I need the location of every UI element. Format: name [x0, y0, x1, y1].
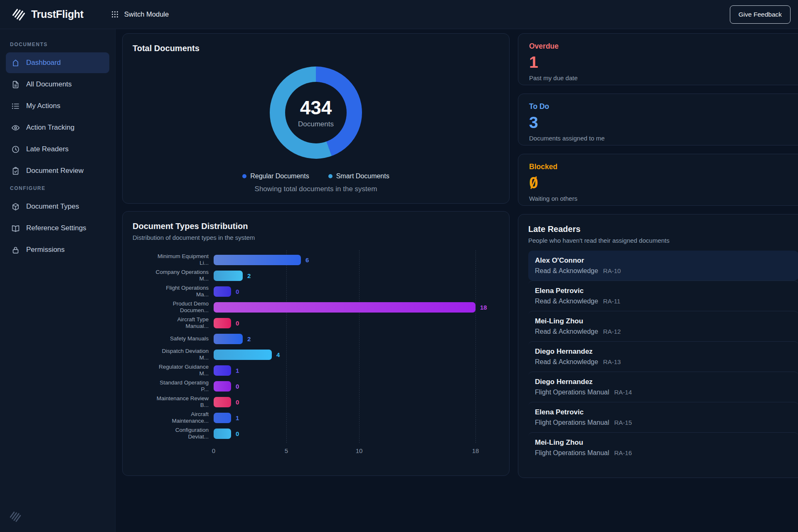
brand: TrustFlight	[12, 7, 84, 22]
reader-document-type: Flight Operations Manual	[535, 419, 609, 426]
x-axis: 051018	[133, 445, 499, 456]
sidebar-item-label: Reference Settings	[26, 224, 86, 232]
bar-zone: 18	[214, 302, 487, 313]
reader-document-code: RA-12	[603, 328, 621, 335]
reader-doc-line: Flight Operations ManualRA-16	[535, 449, 792, 457]
give-feedback-button[interactable]: Give Feedback	[730, 5, 791, 24]
bar	[214, 334, 243, 344]
bar-value-label: 1	[236, 414, 239, 421]
reader-document-code: RA-10	[603, 267, 621, 274]
late-reader-row[interactable]: Elena PetrovicFlight Operations ManualRA…	[528, 402, 798, 432]
bar	[214, 318, 231, 328]
chart-row: Flight Operations Ma...0	[133, 283, 499, 299]
nav-section-label-configure: CONFIGURE	[10, 185, 105, 191]
chart-row: Aircraft Maintenance...1	[133, 410, 499, 426]
reader-document-type: Read & Acknowledge	[535, 358, 598, 365]
sidebar-item-label: Dashboard	[26, 59, 61, 67]
bar	[214, 286, 231, 297]
late-readers-list: Alex O'ConnorRead & AcknowledgeRA-10Elen…	[528, 251, 798, 463]
list-icon	[11, 102, 20, 111]
book-open-icon	[11, 224, 20, 233]
bar	[214, 413, 231, 423]
reader-document-type: Read & Acknowledge	[535, 267, 598, 274]
sidebar-item-label: Permissions	[26, 246, 65, 254]
reader-document-code: RA-15	[614, 419, 632, 426]
stat-card-overdue[interactable]: Overdue1Past my due date	[518, 33, 798, 85]
bar	[214, 302, 475, 313]
switch-module-label: Switch Module	[124, 10, 169, 18]
bar-category-label: Regulator Guidance M...	[133, 364, 214, 377]
bar	[214, 255, 301, 265]
bar-zone: 1	[214, 365, 239, 376]
late-reader-row[interactable]: Elena PetrovicRead & AcknowledgeRA-11	[528, 281, 798, 311]
sidebar-item-my-actions[interactable]: My Actions	[6, 96, 109, 116]
bar-category-label: Standard Operating P...	[133, 379, 214, 393]
bar	[214, 429, 231, 439]
donut-total-label: Documents	[298, 120, 334, 128]
legend-item-regular-documents: Regular Documents	[242, 172, 309, 180]
bar-zone: 0	[214, 381, 239, 392]
legend-dot	[328, 174, 332, 178]
late-reader-row[interactable]: Alex O'ConnorRead & AcknowledgeRA-10	[528, 251, 798, 281]
document-types-title: Document Types Distribution	[133, 222, 499, 231]
bar-value-label: 4	[276, 351, 280, 358]
bar-zone: 0	[214, 286, 239, 297]
reader-document-code: RA-14	[614, 389, 632, 396]
stat-card-blocked[interactable]: Blocked0Waiting on others	[518, 154, 798, 206]
sidebar-item-all-documents[interactable]: All Documents	[6, 74, 109, 95]
sidebar-item-document-types[interactable]: Document Types	[6, 196, 109, 217]
bar-category-label: Dispatch Deviation M...	[133, 348, 214, 362]
legend-label: Smart Documents	[336, 172, 389, 180]
bar-zone: 0	[214, 429, 239, 439]
stat-value: 3	[529, 114, 538, 131]
reader-name: Mei-Ling Zhou	[535, 438, 792, 447]
sidebar-item-document-review[interactable]: Document Review	[6, 160, 109, 181]
reader-document-code: RA-11	[603, 298, 620, 305]
reader-doc-line: Read & AcknowledgeRA-12	[535, 328, 792, 335]
bar-value-label: 1	[236, 367, 239, 374]
sidebar-item-action-tracking[interactable]: Action Tracking	[6, 117, 109, 138]
bar-category-label: Company Operations M...	[133, 269, 214, 283]
late-reader-row[interactable]: Mei-Ling ZhouFlight Operations ManualRA-…	[528, 432, 798, 463]
stat-value: 1	[529, 54, 538, 70]
sidebar-item-reference-settings[interactable]: Reference Settings	[6, 218, 109, 239]
trustflight-logo-icon	[12, 7, 26, 22]
reader-name: Alex O'Connor	[535, 256, 792, 265]
bar-chart: Minimum Equipment Li...6Company Operatio…	[133, 252, 499, 456]
reader-doc-line: Flight Operations ManualRA-14	[535, 389, 792, 396]
document-icon	[11, 80, 20, 89]
sidebar-item-permissions[interactable]: Permissions	[6, 239, 109, 260]
chart-row: Company Operations M...2	[133, 268, 499, 283]
clipboard-check-icon	[11, 167, 20, 175]
sidebar-item-late-readers[interactable]: Late Readers	[6, 139, 109, 160]
legend-item-smart-documents: Smart Documents	[328, 172, 389, 180]
switch-module-button[interactable]: Switch Module	[111, 10, 169, 18]
main-content: Total Documents 434 Documents Regular Do…	[116, 29, 798, 532]
reader-doc-line: Read & AcknowledgeRA-13	[535, 358, 792, 366]
stat-card-to-do[interactable]: To Do3Documents assigned to me	[518, 94, 798, 145]
late-reader-row[interactable]: Diego HernandezFlight Operations ManualR…	[528, 372, 798, 402]
reader-document-type: Flight Operations Manual	[535, 449, 609, 456]
reader-document-code: RA-13	[603, 358, 621, 365]
bar-category-label: Configuration Deviat...	[133, 427, 214, 441]
stat-title: Overdue	[529, 42, 798, 51]
brand-name: TrustFlight	[31, 8, 84, 20]
reader-document-type: Read & Acknowledge	[535, 328, 598, 335]
stat-title: Blocked	[529, 163, 798, 171]
sidebar-item-label: Document Review	[26, 167, 84, 175]
late-reader-row[interactable]: Diego HernandezRead & AcknowledgeRA-13	[528, 341, 798, 372]
donut-total-value: 434	[300, 96, 332, 119]
home-icon	[11, 59, 20, 67]
reader-name: Mei-Ling Zhou	[535, 317, 792, 325]
bar-value-label: 2	[247, 335, 251, 342]
bar-category-label: Aircraft Type Manual...	[133, 316, 214, 330]
sidebar-item-label: Document Types	[26, 202, 79, 211]
documents-donut-chart: 434 Documents	[270, 66, 362, 159]
bar-category-label: Aircraft Maintenance...	[133, 411, 214, 425]
sidebar-item-dashboard[interactable]: Dashboard	[6, 52, 109, 73]
document-types-card: Document Types Distribution Distribution…	[122, 211, 510, 476]
late-reader-row[interactable]: Mei-Ling ZhouRead & AcknowledgeRA-12	[528, 311, 798, 341]
bar-zone: 0	[214, 397, 239, 407]
chart-row: Minimum Equipment Li...6	[133, 252, 499, 268]
chart-row: Dispatch Deviation M...4	[133, 347, 499, 362]
